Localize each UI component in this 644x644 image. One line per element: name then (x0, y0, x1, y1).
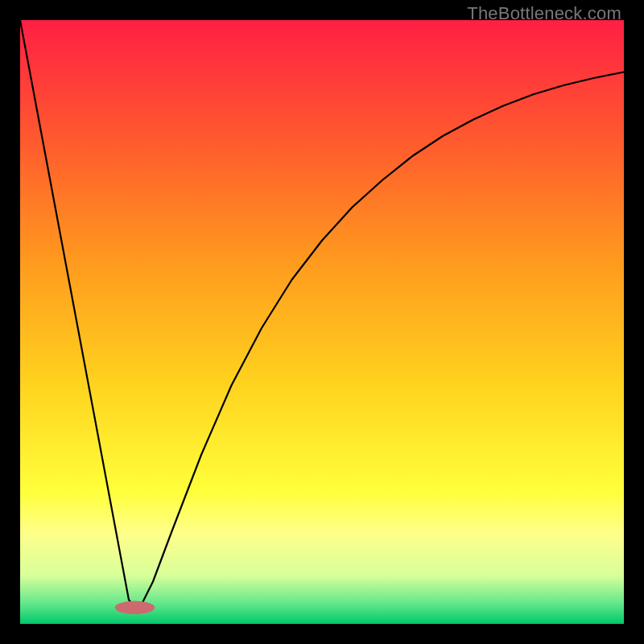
chart-marker (115, 601, 155, 615)
watermark-text: TheBottleneck.com (467, 3, 621, 24)
chart-svg (20, 20, 624, 624)
chart-background (20, 20, 624, 624)
chart-frame (20, 20, 624, 624)
